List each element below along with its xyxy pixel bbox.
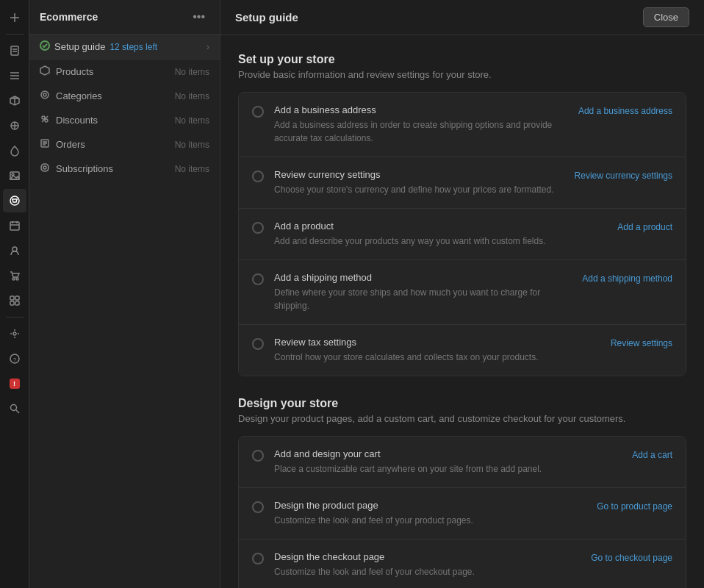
- setup-store-card-list: Add a business address Add a business ad…: [238, 92, 686, 376]
- sidebar-item-discounts[interactable]: Discounts No items: [29, 108, 220, 132]
- action-shipping[interactable]: Add a shipping method: [582, 272, 672, 284]
- design-store-card-list: Add and design your cart Place a customi…: [238, 436, 686, 588]
- card-sub-add-product: Add and describe your products any way y…: [274, 234, 607, 248]
- svg-marker-36: [40, 66, 49, 75]
- action-business-address[interactable]: Add a business address: [578, 104, 672, 116]
- svg-point-23: [12, 247, 17, 251]
- card-item-tax[interactable]: Review tax settings Control how your sto…: [239, 325, 686, 376]
- svg-marker-16: [10, 176, 19, 179]
- card-item-shipping[interactable]: Add a shipping method Define where your …: [239, 260, 686, 325]
- discounts-icon: [40, 114, 50, 126]
- svg-point-38: [43, 93, 46, 96]
- pages-icon[interactable]: [3, 39, 26, 62]
- radio-cart[interactable]: [252, 450, 264, 462]
- action-tax[interactable]: Review settings: [611, 337, 672, 348]
- members-icon[interactable]: [3, 239, 26, 262]
- card-body-checkout: Design the checkout page Customize the l…: [274, 551, 581, 578]
- card-body-tax: Review tax settings Control how your sto…: [274, 337, 600, 364]
- action-checkout[interactable]: Go to checkout page: [591, 551, 672, 563]
- sidebar-item-categories[interactable]: Categories No items: [29, 84, 220, 108]
- close-button[interactable]: Close: [643, 7, 689, 27]
- sidebar: Ecommerce ••• Setup guide 12 steps left …: [29, 0, 220, 588]
- action-product-page[interactable]: Go to product page: [597, 500, 672, 512]
- radio-shipping[interactable]: [252, 273, 264, 285]
- check-icon: [40, 40, 50, 53]
- media-icon[interactable]: [3, 164, 26, 187]
- sidebar-item-orders[interactable]: Orders No items: [29, 132, 220, 157]
- action-cart[interactable]: Add a cart: [632, 448, 672, 460]
- add-icon[interactable]: [3, 6, 26, 29]
- action-add-product[interactable]: Add a product: [617, 220, 672, 232]
- sidebar-discounts-count: No items: [175, 115, 209, 126]
- orders-icon: [40, 138, 50, 151]
- section-design-store-desc: Design your product pages, add a custom …: [238, 413, 686, 424]
- sidebar-item-products[interactable]: Products No items: [29, 60, 220, 84]
- error-icon[interactable]: !: [3, 372, 26, 395]
- sidebar-orders-count: No items: [175, 140, 209, 150]
- subscriptions-icon: [40, 162, 50, 175]
- svg-rect-19: [10, 222, 19, 230]
- chevron-right-icon: ›: [206, 41, 209, 52]
- svg-point-17: [10, 196, 19, 205]
- action-currency[interactable]: Review currency settings: [575, 169, 672, 181]
- svg-point-39: [42, 116, 45, 119]
- svg-point-30: [13, 332, 16, 335]
- sidebar-item-subscriptions[interactable]: Subscriptions No items: [29, 157, 220, 181]
- cube-icon[interactable]: [3, 89, 26, 112]
- card-sub-tax: Control how your store calculates and co…: [274, 351, 600, 364]
- radio-business-address[interactable]: [252, 106, 264, 118]
- card-title-business-address: Add a business address: [274, 104, 568, 115]
- svg-point-33: [10, 405, 16, 411]
- star-icon[interactable]: [3, 114, 26, 137]
- svg-point-24: [12, 278, 15, 280]
- radio-checkout[interactable]: [252, 553, 264, 564]
- card-sub-shipping: Define where your store ships and how mu…: [274, 286, 572, 312]
- help-icon[interactable]: ?: [3, 347, 26, 370]
- card-title-add-product: Add a product: [274, 220, 607, 232]
- products-icon: [40, 65, 50, 78]
- sidebar-products-count: No items: [175, 67, 209, 77]
- sidebar-header: Ecommerce •••: [29, 0, 220, 35]
- card-item-add-product[interactable]: Add a product Add and describe your prod…: [239, 209, 686, 260]
- icon-bar: ? !: [0, 0, 29, 588]
- sidebar-subscriptions-label: Subscriptions: [56, 163, 169, 174]
- card-sub-checkout: Customize the look and feel of your chec…: [274, 565, 581, 578]
- sidebar-item-setup-guide[interactable]: Setup guide 12 steps left ›: [29, 35, 220, 60]
- svg-point-40: [45, 119, 48, 122]
- card-body-currency: Review currency settings Choose your sto…: [274, 169, 564, 196]
- radio-product-page[interactable]: [252, 501, 264, 513]
- section-design-store: Design your store Design your product pa…: [238, 397, 686, 588]
- svg-rect-2: [11, 46, 18, 55]
- sidebar-orders-label: Orders: [56, 139, 169, 150]
- radio-add-product[interactable]: [252, 222, 264, 234]
- radio-tax[interactable]: [252, 338, 264, 350]
- card-body-business-address: Add a business address Add a business ad…: [274, 104, 568, 145]
- svg-line-34: [15, 410, 19, 414]
- card-item-checkout[interactable]: Design the checkout page Customize the l…: [239, 539, 686, 588]
- booking-icon[interactable]: [3, 214, 26, 237]
- menu-icon[interactable]: [3, 64, 26, 87]
- cart2-icon[interactable]: [3, 264, 26, 287]
- ecommerce-icon[interactable]: [3, 189, 26, 212]
- drop-icon[interactable]: [3, 139, 26, 162]
- svg-rect-26: [10, 296, 14, 300]
- card-title-product-page: Design the product page: [274, 500, 586, 511]
- main-content: Set up your store Provide basic informat…: [220, 35, 704, 588]
- radio-currency[interactable]: [252, 171, 264, 182]
- plugins-icon[interactable]: [3, 322, 26, 345]
- card-item-currency[interactable]: Review currency settings Choose your sto…: [239, 157, 686, 209]
- categories-icon: [40, 90, 50, 102]
- card-item-business-address[interactable]: Add a business address Add a business ad…: [239, 93, 686, 157]
- card-sub-product-page: Customize the look and feel of your prod…: [274, 514, 586, 527]
- main-header: Setup guide Close: [220, 0, 704, 35]
- card-title-shipping: Add a shipping method: [274, 272, 572, 283]
- card-title-tax: Review tax settings: [274, 337, 600, 348]
- main-title: Setup guide: [235, 11, 298, 24]
- card-sub-currency: Choose your store's currency and define …: [274, 183, 564, 196]
- card-item-cart[interactable]: Add and design your cart Place a customi…: [239, 437, 686, 488]
- search-bottom-icon[interactable]: [3, 397, 26, 420]
- sidebar-discounts-label: Discounts: [56, 115, 169, 126]
- card-item-product-page[interactable]: Design the product page Customize the lo…: [239, 488, 686, 539]
- sidebar-more-button[interactable]: •••: [188, 9, 209, 25]
- apps-icon[interactable]: [3, 289, 26, 312]
